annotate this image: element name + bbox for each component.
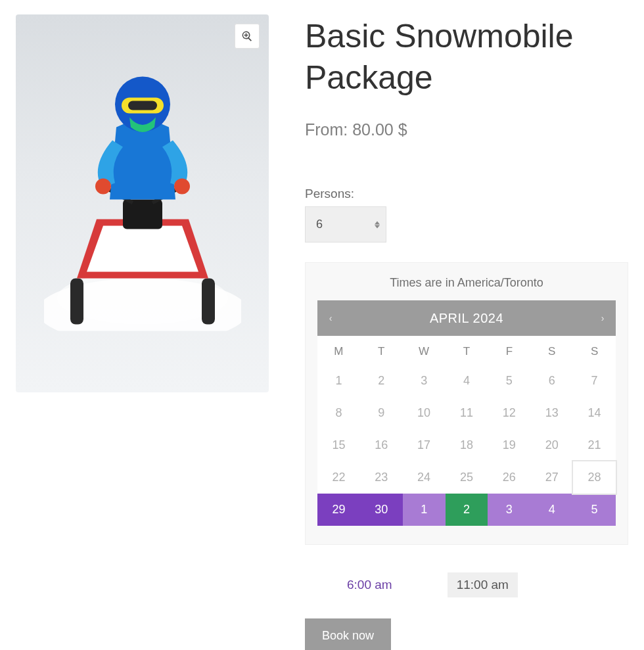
book-now-button[interactable]: Book now (305, 618, 391, 650)
calendar-day: 12 (488, 397, 530, 429)
product-illustration (44, 48, 241, 331)
zoom-button[interactable] (235, 24, 260, 49)
calendar-day[interactable]: 2 (446, 494, 488, 526)
calendar-day: 6 (530, 365, 573, 397)
calendar-day: 4 (446, 365, 488, 397)
booking-calendar: Times are in America/Toronto ‹ APRIL 202… (305, 262, 628, 545)
calendar-dow: S (530, 336, 573, 365)
calendar-dow: S (573, 336, 616, 365)
time-slots: 6:00 am11:00 am (305, 572, 628, 597)
calendar-day: 1 (317, 365, 360, 397)
calendar-day: 18 (446, 429, 488, 461)
calendar-day[interactable]: 5 (573, 494, 616, 526)
calendar-day: 21 (573, 429, 616, 461)
calendar-day: 8 (317, 397, 360, 429)
calendar-dow: M (317, 336, 360, 365)
svg-rect-4 (123, 199, 162, 229)
calendar-day[interactable]: 29 (317, 494, 360, 526)
calendar-day: 13 (530, 397, 573, 429)
calendar-day: 20 (530, 429, 573, 461)
calendar-day[interactable]: 4 (530, 494, 573, 526)
svg-point-7 (95, 178, 111, 194)
calendar-prev-button[interactable]: ‹ (317, 313, 344, 323)
svg-rect-11 (128, 101, 157, 110)
calendar-day: 16 (360, 429, 403, 461)
calendar-day: 25 (446, 461, 488, 494)
calendar-header: ‹ APRIL 2024 › (317, 300, 616, 336)
calendar-day: 26 (488, 461, 530, 494)
product-image-column (16, 14, 269, 650)
calendar-day: 14 (573, 397, 616, 429)
calendar-day[interactable]: 30 (360, 494, 403, 526)
calendar-day: 10 (403, 397, 446, 429)
calendar-day: 23 (360, 461, 403, 494)
calendar-day: 22 (317, 461, 360, 494)
calendar-month-label: APRIL 2024 (344, 311, 589, 326)
calendar-dow: T (360, 336, 403, 365)
svg-rect-2 (70, 278, 83, 324)
calendar-day: 9 (360, 397, 403, 429)
persons-input[interactable] (305, 206, 386, 243)
calendar-day: 3 (403, 365, 446, 397)
svg-point-8 (174, 178, 190, 194)
product-title: Basic Snowmobile Package (305, 16, 628, 98)
time-slot[interactable]: 6:00 am (338, 572, 402, 597)
calendar-day: 27 (530, 461, 573, 494)
calendar-dow: T (446, 336, 488, 365)
calendar-day: 17 (403, 429, 446, 461)
calendar-day: 7 (573, 365, 616, 397)
svg-rect-3 (202, 278, 215, 324)
calendar-day: 11 (446, 397, 488, 429)
product-price: From: 80.00 $ (305, 120, 628, 139)
persons-label: Persons: (305, 187, 628, 201)
time-slot[interactable]: 11:00 am (448, 572, 518, 597)
timezone-note: Times are in America/Toronto (306, 275, 628, 300)
calendar-day: 5 (488, 365, 530, 397)
calendar-day[interactable]: 3 (488, 494, 530, 526)
calendar-day: 2 (360, 365, 403, 397)
calendar-day[interactable]: 1 (403, 494, 446, 526)
persons-field: Persons: (305, 187, 628, 243)
product-image[interactable] (16, 14, 269, 392)
calendar-day: 24 (403, 461, 446, 494)
calendar-day: 19 (488, 429, 530, 461)
calendar-dow: W (403, 336, 446, 365)
zoom-in-icon (241, 30, 253, 42)
product-details: Basic Snowmobile Package From: 80.00 $ P… (305, 14, 628, 650)
calendar-next-button[interactable]: › (589, 313, 616, 323)
calendar-day: 28 (572, 460, 617, 495)
calendar-dow: F (488, 336, 530, 365)
calendar-day: 15 (317, 429, 360, 461)
